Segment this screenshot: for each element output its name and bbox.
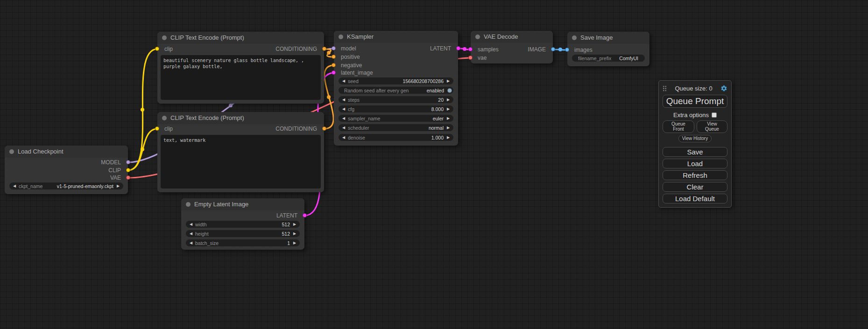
- widget-increment-icon[interactable]: ▶: [292, 230, 297, 237]
- node-title-bar[interactable]: CLIP Text Encode (Prompt): [157, 32, 324, 44]
- load-button[interactable]: Load: [663, 159, 727, 168]
- graph-canvas[interactable]: Load Checkpoint MODEL CLIP VAE ◀ ckpt_na…: [0, 0, 868, 329]
- node-clip-text-encode-negative[interactable]: CLIP Text Encode (Prompt) clip CONDITION…: [157, 112, 324, 192]
- slot-positive-input-dot[interactable]: [332, 55, 336, 59]
- slot-conditioning-output-dot[interactable]: [322, 126, 326, 131]
- widget-decrement-icon[interactable]: ◀: [341, 105, 346, 112]
- load-default-button[interactable]: Load Default: [663, 194, 727, 203]
- slot-model-input-dot[interactable]: [332, 46, 336, 50]
- widget-increment-icon[interactable]: ▶: [445, 124, 451, 131]
- slot-clip-input-dot[interactable]: [155, 126, 159, 131]
- width-widget[interactable]: ◀ width 512 ▶: [186, 221, 300, 228]
- ckpt-name-widget[interactable]: ◀ ckpt_name v1-5-pruned-emaonly.ckpt ▶: [9, 182, 123, 189]
- widget-decrement-icon[interactable]: ◀: [341, 134, 346, 141]
- widget-decrement-icon[interactable]: ◀: [12, 182, 17, 189]
- link-midpoint-dot: [141, 147, 144, 151]
- node-save-image[interactable]: Save Image images filename_prefix ComfyU…: [567, 32, 649, 66]
- cfg-widget[interactable]: ◀ cfg 8.000 ▶: [339, 105, 453, 112]
- node-title-bar[interactable]: Save Image: [567, 32, 649, 44]
- negative-prompt-textarea[interactable]: text, watermark: [161, 135, 321, 189]
- widget-value: normal: [429, 125, 444, 131]
- queue-menu-panel: Queue size: 0 Queue Prompt Extra options…: [658, 80, 732, 208]
- queue-prompt-button[interactable]: Queue Prompt: [663, 95, 727, 108]
- extra-options-checkbox[interactable]: [712, 112, 717, 118]
- widget-increment-icon[interactable]: ▶: [445, 77, 451, 84]
- sampler-name-widget[interactable]: ◀ sampler_name euler ▶: [339, 115, 453, 122]
- node-title-bar[interactable]: Load Checkpoint: [5, 146, 128, 158]
- slot-row: vae: [471, 54, 553, 62]
- widget-value: euler: [433, 116, 444, 121]
- widget-decrement-icon[interactable]: ◀: [341, 77, 346, 84]
- widget-increment-icon[interactable]: ▶: [115, 182, 121, 189]
- widget-increment-icon[interactable]: ▶: [445, 96, 451, 103]
- widget-label: cfg: [348, 106, 354, 112]
- toggle-indicator-dot[interactable]: [447, 88, 452, 93]
- link-midpoint-dot: [463, 47, 466, 51]
- seed-widget[interactable]: ◀ seed 156680208700286 ▶: [339, 77, 453, 84]
- widget-decrement-icon[interactable]: ◀: [188, 230, 194, 237]
- widget-decrement-icon[interactable]: ◀: [341, 96, 346, 103]
- node-empty-latent-image[interactable]: Empty Latent Image LATENT ◀ width 512 ▶ …: [181, 198, 304, 250]
- link-midpoint-dot: [327, 51, 331, 55]
- view-history-button[interactable]: View History: [678, 135, 712, 142]
- settings-gear-icon[interactable]: [720, 85, 727, 92]
- widget-increment-icon[interactable]: ▶: [292, 239, 297, 246]
- denoise-widget[interactable]: ◀ denoise 1.000 ▶: [339, 134, 453, 141]
- slot-clip-output-dot[interactable]: [126, 168, 130, 172]
- slot-samples-input-dot[interactable]: [468, 47, 473, 51]
- slot-latent-output-dot[interactable]: [456, 46, 460, 50]
- save-button[interactable]: Save: [663, 147, 727, 157]
- node-collapse-dot[interactable]: [9, 149, 14, 154]
- node-title: CLIP Text Encode (Prompt): [170, 34, 244, 41]
- widget-increment-icon[interactable]: ▶: [445, 115, 451, 122]
- slot-negative-input-dot[interactable]: [332, 63, 336, 67]
- filename-prefix-widget[interactable]: filename_prefix ComfyUI: [572, 55, 645, 62]
- widget-increment-icon[interactable]: ▶: [292, 221, 297, 228]
- slot-image-output-dot[interactable]: [551, 47, 555, 51]
- node-ksampler[interactable]: KSampler model LATENT positive negative …: [334, 31, 458, 146]
- node-title-bar[interactable]: CLIP Text Encode (Prompt): [157, 112, 324, 124]
- node-vae-decode[interactable]: VAE Decode samples IMAGE vae: [471, 31, 553, 63]
- output-label-latent: LATENT: [430, 44, 451, 53]
- queue-front-button[interactable]: Queue Front: [663, 120, 694, 133]
- slot-latent-output-dot[interactable]: [303, 213, 307, 217]
- node-title-bar[interactable]: Empty Latent Image: [181, 198, 304, 210]
- node-collapse-dot[interactable]: [339, 35, 343, 39]
- widget-decrement-icon[interactable]: ◀: [188, 221, 194, 228]
- widget-decrement-icon[interactable]: ◀: [341, 124, 346, 131]
- node-collapse-dot[interactable]: [162, 116, 167, 120]
- slot-latent-image-input-dot[interactable]: [332, 70, 336, 75]
- steps-widget[interactable]: ◀ steps 20 ▶: [339, 96, 453, 103]
- positive-prompt-textarea[interactable]: beautiful scenery nature glass bottle la…: [161, 55, 321, 100]
- random-seed-toggle-widget[interactable]: Random seed after every gen enabled: [339, 87, 453, 94]
- refresh-button[interactable]: Refresh: [663, 170, 727, 180]
- slot-row: samples IMAGE: [471, 45, 553, 54]
- height-widget[interactable]: ◀ height 512 ▶: [186, 230, 300, 237]
- slot-vae-output-dot[interactable]: [126, 175, 130, 180]
- slot-row: latent_image: [334, 69, 458, 77]
- widget-increment-icon[interactable]: ▶: [445, 134, 451, 141]
- widget-decrement-icon[interactable]: ◀: [188, 239, 194, 246]
- clear-button[interactable]: Clear: [663, 182, 727, 192]
- node-clip-text-encode-positive[interactable]: CLIP Text Encode (Prompt) clip CONDITION…: [157, 32, 324, 104]
- node-collapse-dot[interactable]: [572, 35, 577, 40]
- scheduler-widget[interactable]: ◀ scheduler normal ▶: [339, 124, 453, 131]
- slot-conditioning-output-dot[interactable]: [322, 47, 326, 51]
- slot-row: clip CONDITIONING: [157, 125, 324, 133]
- node-collapse-dot[interactable]: [475, 35, 480, 39]
- widget-decrement-icon[interactable]: ◀: [341, 115, 346, 122]
- widget-label: steps: [348, 97, 360, 103]
- widget-increment-icon[interactable]: ▶: [445, 105, 451, 112]
- node-title-bar[interactable]: KSampler: [334, 31, 458, 43]
- slot-model-output-dot[interactable]: [126, 160, 130, 164]
- node-collapse-dot[interactable]: [186, 202, 191, 207]
- slot-vae-input-dot[interactable]: [468, 56, 473, 60]
- slot-images-input-dot[interactable]: [565, 48, 569, 52]
- node-load-checkpoint[interactable]: Load Checkpoint MODEL CLIP VAE ◀ ckpt_na…: [5, 146, 128, 194]
- node-collapse-dot[interactable]: [162, 35, 167, 40]
- slot-clip-input-dot[interactable]: [155, 47, 159, 51]
- batch-size-widget[interactable]: ◀ batch_size 1 ▶: [186, 239, 300, 246]
- node-title-bar[interactable]: VAE Decode: [471, 31, 553, 43]
- view-queue-button[interactable]: View Queue: [697, 120, 727, 133]
- drag-handle-icon[interactable]: [663, 85, 667, 91]
